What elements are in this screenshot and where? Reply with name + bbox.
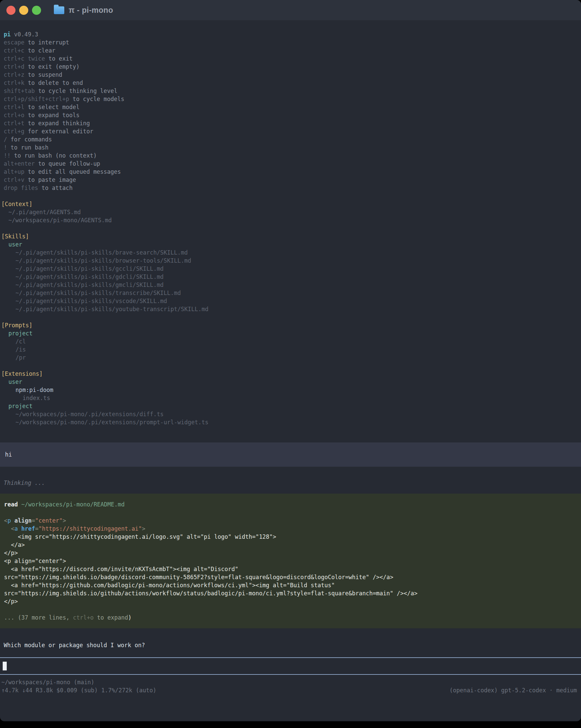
shortcut-line: ctrl+c twice to exit bbox=[0, 55, 581, 62]
user-message: hi bbox=[0, 442, 581, 467]
shortcut-line: ctrl+v to paste image bbox=[0, 176, 581, 184]
prompts-header: [Prompts] bbox=[0, 321, 581, 329]
code-line: </p> bbox=[4, 549, 581, 557]
terminal-window: π - pi-mono pi v0.49.3 escape to interru… bbox=[0, 0, 581, 721]
context-path: ~/.pi/agent/AGENTS.md bbox=[0, 208, 581, 216]
shortcut-line: drop files to attach bbox=[0, 184, 581, 192]
shortcut-line: ! to run bash bbox=[0, 144, 581, 152]
code-line: src="https://img.shields.io/badge/discor… bbox=[4, 573, 581, 581]
shortcut-line: ctrl+o to expand tools bbox=[0, 111, 581, 119]
skill-path: ~/.pi/agent/skills/pi-skills/gmcli/SKILL… bbox=[0, 281, 581, 289]
skill-path: ~/.pi/agent/skills/pi-skills/youtube-tra… bbox=[0, 305, 581, 313]
shortcut-line: ctrl+g for external editor bbox=[0, 127, 581, 135]
shortcut-line: escape to interrupt bbox=[0, 38, 581, 47]
shortcut-line: alt+up to edit all queued messages bbox=[0, 168, 581, 176]
context-section: [Context] ~/.pi/agent/AGENTS.md ~/worksp… bbox=[0, 200, 581, 224]
token-usage: ↑4.7k ↓44 R3.8k $0.009 (sub) 1.7%/272k (… bbox=[1, 686, 157, 694]
text-cursor bbox=[3, 662, 7, 670]
code-line: <a href="https://github.com/badlogic/pi-… bbox=[4, 581, 581, 589]
folder-icon bbox=[54, 6, 64, 14]
code-line: </p> bbox=[4, 597, 581, 605]
skills-header: [Skills] bbox=[0, 232, 581, 240]
skill-path: ~/.pi/agent/skills/pi-skills/gdcli/SKILL… bbox=[0, 273, 581, 281]
app-name: pi bbox=[4, 31, 10, 38]
model-info: (openai-codex) gpt-5.2-codex · medium bbox=[449, 686, 577, 694]
extensions-section: [Extensions] user npm:pi-doom index.ts p… bbox=[0, 370, 581, 426]
code-line: <a href="https://shittycodingagent.ai"> bbox=[4, 525, 581, 533]
shortcut-line: ctrl+p/shift+ctrl+p to cycle models bbox=[0, 95, 581, 103]
prompt-item: /pr bbox=[0, 354, 581, 362]
prompts-group: project bbox=[0, 329, 581, 337]
skill-path: ~/.pi/agent/skills/pi-skills/gccli/SKILL… bbox=[0, 265, 581, 273]
prompts-section: [Prompts] project /cl /is /pr bbox=[0, 321, 581, 362]
extensions-header: [Extensions] bbox=[0, 370, 581, 378]
shortcut-line: alt+enter to queue follow-up bbox=[0, 160, 581, 168]
code-line: <p align="center"> bbox=[4, 517, 581, 525]
shortcut-line: !! to run bash (no context) bbox=[0, 152, 581, 160]
cwd-branch: ~/workspaces/pi-mono (main) bbox=[1, 678, 94, 686]
user-message-text: hi bbox=[5, 450, 576, 459]
skills-section: [Skills] user ~/.pi/agent/skills/pi-skil… bbox=[0, 232, 581, 313]
skills-group: user bbox=[0, 240, 581, 249]
shortcut-line: ctrl+z to suspend bbox=[0, 71, 581, 79]
extensions-user-group: user bbox=[0, 378, 581, 386]
tool-call-header: read ~/workspaces/pi-mono/README.md bbox=[4, 500, 581, 509]
shortcut-line: ctrl+d to exit (empty) bbox=[0, 62, 581, 71]
shortcut-line: ctrl+l to select model bbox=[0, 103, 581, 111]
status-bar: ~/workspaces/pi-mono (main) ↑4.7k ↓44 R3… bbox=[0, 678, 581, 694]
context-path: ~/workspaces/pi-mono/AGENTS.md bbox=[0, 216, 581, 224]
code-line: <img src="https://shittycodingagent.ai/l… bbox=[4, 533, 581, 541]
code-line: </a> bbox=[4, 541, 581, 549]
prompt-item: /is bbox=[0, 345, 581, 354]
extensions-project-group: project bbox=[0, 402, 581, 410]
title-bar: π - pi-mono bbox=[0, 0, 581, 20]
code-line: <a href="https://discord.com/invite/nKXT… bbox=[4, 565, 581, 573]
shortcut-line: ctrl+t to expand thinking bbox=[0, 119, 581, 127]
zoom-button[interactable] bbox=[32, 6, 41, 15]
help-block: pi v0.49.3 escape to interrupt ctrl+c to… bbox=[0, 30, 581, 192]
prompt-item: /cl bbox=[0, 337, 581, 345]
app-version: v0.49.3 bbox=[14, 31, 38, 38]
skill-path: ~/.pi/agent/skills/pi-skills/transcribe/… bbox=[0, 289, 581, 297]
extension-path: ~/workspaces/pi-mono/.pi/extensions/diff… bbox=[0, 410, 581, 418]
skill-path: ~/.pi/agent/skills/pi-skills/browser-too… bbox=[0, 257, 581, 265]
shortcut-line: / for commands bbox=[0, 135, 581, 144]
input-divider-bottom bbox=[0, 674, 581, 675]
truncation-notice: ... (37 more lines, ctrl+o to expand) bbox=[4, 614, 581, 622]
code-line: <p align="center"> bbox=[4, 557, 581, 565]
thinking-indicator: Thinking ... bbox=[4, 479, 581, 487]
minimize-button[interactable] bbox=[19, 6, 28, 15]
window-title: π - pi-mono bbox=[69, 6, 113, 15]
code-line: src="https://img.shields.io/github/actio… bbox=[4, 589, 581, 597]
extension-subfile: index.ts bbox=[0, 394, 581, 402]
terminal-content: pi v0.49.3 escape to interrupt ctrl+c to… bbox=[0, 20, 581, 694]
close-button[interactable] bbox=[6, 6, 16, 15]
shortcut-line: ctrl+k to delete to end bbox=[0, 79, 581, 87]
tool-call-block: read ~/workspaces/pi-mono/README.md <p a… bbox=[0, 494, 581, 628]
context-header: [Context] bbox=[0, 200, 581, 208]
shortcut-line: ctrl+c to clear bbox=[0, 47, 581, 55]
assistant-question: Which module or package should I work on… bbox=[4, 641, 581, 649]
skill-path: ~/.pi/agent/skills/pi-skills/brave-searc… bbox=[0, 249, 581, 257]
extension-path: ~/workspaces/pi-mono/.pi/extensions/prom… bbox=[0, 418, 581, 426]
prompt-input[interactable] bbox=[0, 658, 581, 674]
shortcut-line: shift+tab to cycle thinking level bbox=[0, 87, 581, 95]
skill-path: ~/.pi/agent/skills/pi-skills/vscode/SKIL… bbox=[0, 297, 581, 305]
extension-item: npm:pi-doom bbox=[0, 386, 581, 394]
